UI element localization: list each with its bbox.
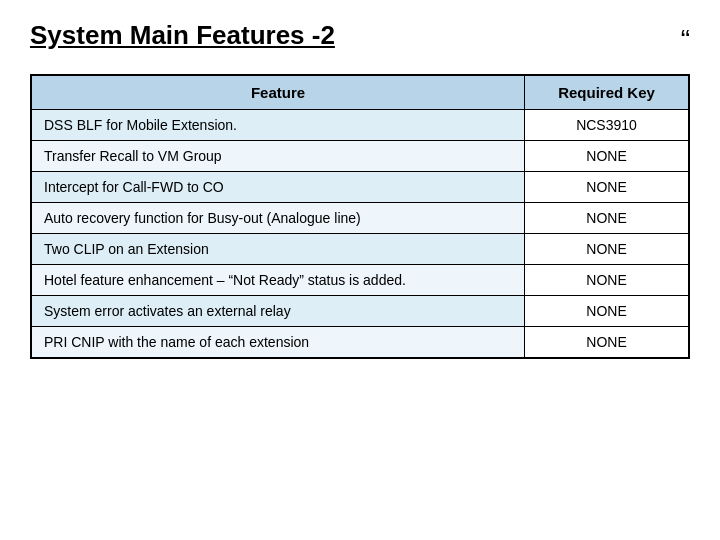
page-title: System Main Features -2: [30, 20, 335, 51]
cell-required-key: NONE: [525, 296, 690, 327]
column-header-feature: Feature: [31, 75, 525, 110]
cell-required-key: NONE: [525, 234, 690, 265]
quote-decoration: “: [681, 24, 690, 56]
features-table: Feature Required Key DSS BLF for Mobile …: [30, 74, 690, 359]
table-row: DSS BLF for Mobile Extension.NCS3910: [31, 110, 689, 141]
table-row: Hotel feature enhancement – “Not Ready” …: [31, 265, 689, 296]
cell-required-key: NONE: [525, 141, 690, 172]
cell-feature: PRI CNIP with the name of each extension: [31, 327, 525, 359]
page-header: System Main Features -2 “: [30, 20, 690, 56]
cell-feature: Intercept for Call-FWD to CO: [31, 172, 525, 203]
cell-feature: DSS BLF for Mobile Extension.: [31, 110, 525, 141]
cell-required-key: NONE: [525, 327, 690, 359]
cell-required-key: NONE: [525, 265, 690, 296]
column-header-required-key: Required Key: [525, 75, 690, 110]
table-row: Transfer Recall to VM GroupNONE: [31, 141, 689, 172]
cell-required-key: NCS3910: [525, 110, 690, 141]
table-row: Two CLIP on an ExtensionNONE: [31, 234, 689, 265]
cell-required-key: NONE: [525, 172, 690, 203]
cell-required-key: NONE: [525, 203, 690, 234]
table-row: Intercept for Call-FWD to CONONE: [31, 172, 689, 203]
cell-feature: Transfer Recall to VM Group: [31, 141, 525, 172]
table-header-row: Feature Required Key: [31, 75, 689, 110]
table-row: PRI CNIP with the name of each extension…: [31, 327, 689, 359]
table-row: Auto recovery function for Busy-out (Ana…: [31, 203, 689, 234]
table-row: System error activates an external relay…: [31, 296, 689, 327]
cell-feature: Two CLIP on an Extension: [31, 234, 525, 265]
cell-feature: Auto recovery function for Busy-out (Ana…: [31, 203, 525, 234]
cell-feature: Hotel feature enhancement – “Not Ready” …: [31, 265, 525, 296]
cell-feature: System error activates an external relay: [31, 296, 525, 327]
